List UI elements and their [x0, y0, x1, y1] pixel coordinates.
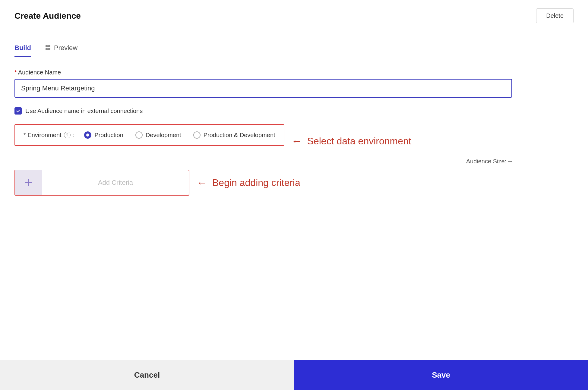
radio-production-circle[interactable] — [84, 131, 91, 139]
main-content: Build Preview *Audience Name Use Audienc… — [0, 32, 588, 208]
tab-build[interactable]: Build — [14, 44, 31, 57]
criteria-annotation-row: Add Criteria ← Begin adding criteria — [14, 170, 574, 196]
use-external-label: Use Audience name in external connection… — [25, 108, 143, 115]
radio-both-circle[interactable] — [193, 131, 201, 139]
criteria-text: Add Criteria — [98, 179, 133, 187]
criteria-annotation-arrow: ← — [197, 177, 207, 188]
radio-production[interactable]: Production — [84, 131, 123, 139]
preview-grid-icon — [46, 45, 51, 51]
audience-size-value: -- — [508, 158, 512, 165]
criteria-annotation-text: Begin adding criteria — [212, 177, 300, 188]
delete-button[interactable]: Delete — [536, 8, 574, 23]
environment-radio-group: Production Development Production & Deve… — [84, 131, 275, 139]
cancel-button[interactable]: Cancel — [0, 360, 294, 390]
radio-development[interactable]: Development — [135, 131, 181, 139]
environment-colon: : — [73, 132, 75, 139]
environment-section: * Environment ? : Production Development… — [14, 124, 284, 146]
environment-annotation-arrow: ← — [292, 136, 302, 146]
criteria-plus-button[interactable] — [15, 170, 42, 195]
audience-name-label: *Audience Name — [14, 69, 574, 76]
page-header: Create Audience Delete — [0, 0, 588, 32]
tab-preview[interactable]: Preview — [46, 44, 77, 57]
radio-both[interactable]: Production & Development — [193, 131, 275, 139]
environment-label-group: * Environment ? : — [24, 132, 74, 139]
audience-name-group: *Audience Name — [14, 69, 574, 98]
radio-development-label: Development — [146, 132, 181, 139]
use-external-checkbox[interactable] — [14, 107, 22, 115]
environment-help-icon[interactable]: ? — [64, 132, 71, 138]
criteria-text-area[interactable]: Add Criteria — [42, 170, 189, 195]
tab-preview-label: Preview — [54, 44, 77, 52]
tabs-container: Build Preview — [14, 44, 574, 57]
footer: Cancel Save — [0, 360, 588, 390]
radio-development-circle[interactable] — [135, 131, 143, 139]
audience-size-label: Audience Size: — [466, 158, 506, 165]
use-external-row: Use Audience name in external connection… — [14, 107, 574, 115]
tab-build-label: Build — [14, 44, 31, 52]
radio-production-label: Production — [94, 132, 123, 139]
page-title: Create Audience — [14, 11, 81, 21]
environment-label: * Environment — [24, 132, 62, 139]
required-star: * — [14, 69, 17, 76]
save-button[interactable]: Save — [294, 360, 588, 390]
environment-annotation-text: Select data environment — [307, 136, 411, 147]
radio-both-label: Production & Development — [204, 132, 275, 139]
plus-icon — [23, 177, 34, 188]
environment-annotation-row: * Environment ? : Production Development… — [14, 124, 574, 158]
audience-name-input[interactable] — [14, 79, 512, 98]
add-criteria-box[interactable]: Add Criteria — [14, 170, 189, 196]
audience-size-row: Audience Size: -- — [14, 158, 512, 165]
